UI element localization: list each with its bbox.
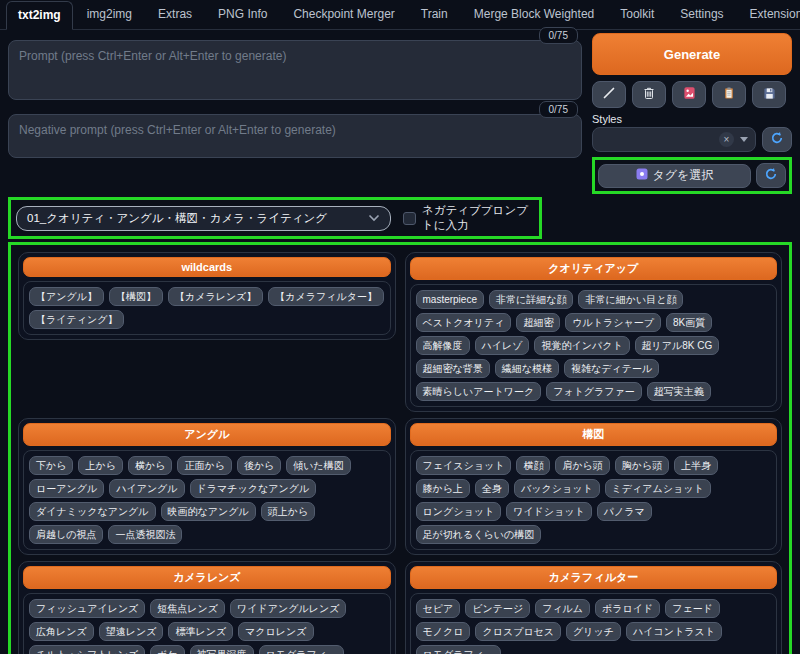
tag-button[interactable]: 横顔 [516, 456, 550, 475]
tab-toolkit[interactable]: Toolkit [608, 0, 666, 29]
section-header[interactable]: 構図 [410, 423, 778, 446]
tag-button[interactable]: ボケ [150, 645, 184, 654]
save-style-button[interactable] [752, 81, 786, 108]
tag-button[interactable]: 【ライティング】 [29, 310, 124, 329]
reload-tags-button[interactable] [756, 163, 786, 188]
tag-button[interactable]: 短焦点レンズ [150, 599, 225, 618]
tag-button[interactable]: フィルム [535, 599, 590, 618]
tag-button[interactable]: ドラマチックなアングル [190, 479, 317, 498]
tag-button[interactable]: クロスプロセス [475, 622, 561, 641]
tag-button[interactable]: 胸から頭 [615, 456, 669, 475]
section-header[interactable]: カメラフィルター [410, 566, 778, 589]
tag-button[interactable]: 素晴らしいアートワーク [416, 382, 542, 401]
tag-button[interactable]: 【構図】 [109, 287, 163, 306]
tag-button[interactable]: 肩越しの視点 [29, 525, 103, 544]
tag-button[interactable]: バックショット [514, 479, 600, 498]
tag-button[interactable]: チルト・シフトレンズ [29, 645, 145, 654]
tag-button[interactable]: 横から [128, 456, 172, 475]
tag-button[interactable]: 足が切れるくらいの構図 [416, 525, 542, 544]
refresh-styles-button[interactable] [762, 127, 792, 152]
tag-button[interactable]: 頭上から [261, 502, 315, 521]
tag-button[interactable]: 一点透視図法 [108, 525, 182, 544]
tag-button[interactable]: ローアングル [29, 479, 104, 498]
extra-networks-button[interactable] [672, 81, 706, 108]
tag-button[interactable]: 膝から上 [416, 479, 470, 498]
tag-button[interactable]: 広角レンズ [29, 622, 94, 641]
section-header[interactable]: カメラレンズ [23, 566, 391, 589]
tag-button[interactable]: 超細密 [516, 313, 560, 332]
negative-prompt-checkbox[interactable] [403, 212, 416, 225]
tag-button[interactable]: 肩から頭 [555, 456, 609, 475]
apply-style-button[interactable] [712, 81, 746, 108]
tag-button[interactable]: フェイスショット [416, 456, 512, 475]
tab-txt2img[interactable]: txt2img [6, 1, 73, 30]
tag-button[interactable]: 超リアル8K CG [635, 336, 720, 355]
tag-button[interactable]: モノクロ [416, 622, 471, 641]
tag-button[interactable]: フェード [665, 599, 720, 618]
tag-button[interactable]: 超細密な背景 [416, 359, 490, 378]
tag-button[interactable]: 高解像度 [416, 336, 470, 355]
tag-button[interactable]: ロングショット [416, 502, 502, 521]
tab-train[interactable]: Train [409, 0, 460, 29]
select-tags-button[interactable]: タグを選択 [598, 164, 751, 188]
tag-button[interactable]: 超写実主義 [647, 382, 711, 401]
tag-button[interactable]: 下から [29, 456, 73, 475]
tag-button[interactable]: 望遠レンズ [99, 622, 164, 641]
tab-checkpoint-merger[interactable]: Checkpoint Merger [281, 0, 406, 29]
tag-button[interactable]: ミディアムショット [605, 479, 711, 498]
styles-dropdown[interactable]: × [592, 127, 756, 152]
section-header[interactable]: アングル [23, 423, 391, 446]
negative-prompt-input[interactable] [8, 114, 582, 158]
tag-button[interactable]: 【カメラレンズ】 [168, 287, 263, 306]
tag-button[interactable]: 非常に詳細な顔 [489, 290, 573, 309]
tab-settings[interactable]: Settings [668, 0, 735, 29]
tag-button[interactable]: パノラマ [597, 502, 652, 521]
tag-button[interactable]: 後から [237, 456, 281, 475]
tag-button[interactable]: masterpiece [416, 290, 484, 309]
category-select[interactable]: 01_クオリティ・アングル・構図・カメラ・ライティング [16, 206, 391, 231]
tab-extras[interactable]: Extras [146, 0, 204, 29]
tab-png-info[interactable]: PNG Info [206, 0, 279, 29]
tag-button[interactable]: マクロレンズ [238, 622, 313, 641]
tag-button[interactable]: ウルトラシャープ [565, 313, 661, 332]
tag-button[interactable]: グリッチ [566, 622, 621, 641]
tag-button[interactable]: ハイコントラスト [626, 622, 722, 641]
tab-extensions[interactable]: Extensions [738, 0, 800, 29]
tag-button[interactable]: フィッシュアイレンズ [29, 599, 145, 618]
tag-button[interactable]: 正面から [177, 456, 231, 475]
tag-button[interactable]: 標準レンズ [168, 622, 233, 641]
tag-button[interactable]: 繊細な模様 [495, 359, 559, 378]
tag-button[interactable]: 全身 [475, 479, 509, 498]
tab-img2img[interactable]: img2img [75, 0, 144, 29]
tag-button[interactable]: 被写界深度 [190, 645, 254, 654]
tag-button[interactable]: ダイナミックなアングル [29, 502, 156, 521]
tag-button[interactable]: 8K画質 [666, 313, 712, 332]
tag-button[interactable]: ワイドアングルレンズ [230, 599, 346, 618]
generate-button[interactable]: Generate [592, 33, 792, 75]
tag-button[interactable]: 上半身 [674, 456, 718, 475]
tag-button[interactable]: 【アングル】 [29, 287, 104, 306]
tag-button[interactable]: セピア [416, 599, 461, 618]
tag-button[interactable]: フォトグラファー [546, 382, 642, 401]
tag-button[interactable]: 視覚的インパクト [534, 336, 629, 355]
section-header[interactable]: wildcards [23, 257, 391, 277]
tag-button[interactable]: ハイアングル [109, 479, 184, 498]
tag-button[interactable]: ベストクオリティ [416, 313, 512, 332]
tag-button[interactable]: ハイレゾ [475, 336, 530, 355]
tag-button[interactable]: ロモグラフィー [416, 645, 501, 654]
tag-button[interactable]: 【カメラフィルター】 [268, 287, 384, 306]
tag-button[interactable]: ポラロイド [595, 599, 660, 618]
tag-button[interactable]: 複雑なディテール [564, 359, 659, 378]
tag-button[interactable]: 上から [78, 456, 122, 475]
prompt-input[interactable] [8, 40, 582, 100]
tab-merge-block-weighted[interactable]: Merge Block Weighted [462, 0, 607, 29]
clear-prompt-button[interactable] [632, 81, 666, 108]
clear-x-icon[interactable]: × [719, 132, 734, 147]
tag-button[interactable]: ロモグラフィー [259, 645, 344, 654]
tag-button[interactable]: ワイドショット [506, 502, 592, 521]
section-header[interactable]: クオリティアップ [410, 257, 778, 280]
tag-button[interactable]: 非常に細かい目と顔 [578, 290, 683, 309]
read-params-button[interactable] [592, 81, 626, 108]
tag-button[interactable]: 映画的なアングル [161, 502, 256, 521]
tag-button[interactable]: ビンテージ [465, 599, 530, 618]
